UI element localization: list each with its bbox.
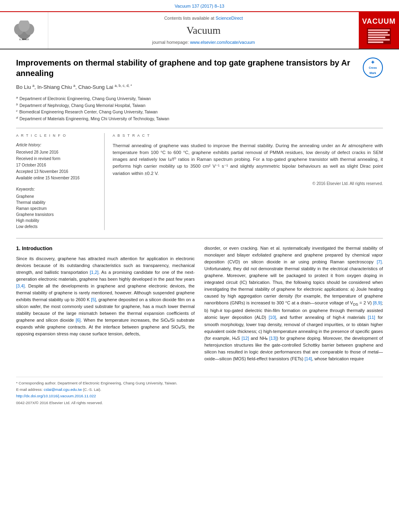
article-title: Improvements on thermal stability of gra… xyxy=(16,58,359,78)
page-footer: * Corresponding author. Department of El… xyxy=(16,377,383,405)
abstract-text: Thermal annealing of graphene was studie… xyxy=(113,142,383,177)
vacuum-badge-area: VACUUM xyxy=(359,12,399,49)
body-section: 1. Introduction Since its discovery, gra… xyxy=(16,238,383,365)
accepted-date: Accepted 13 November 2016 xyxy=(16,169,98,175)
journal-header: ELSEVIER Contents lists available at Sci… xyxy=(0,12,399,49)
intro-title: 1. Introduction xyxy=(16,245,195,252)
vacuum-badge: VACUUM xyxy=(362,16,396,27)
sciencedirect-line: Contents lists available at ScienceDirec… xyxy=(164,15,243,21)
keywords-section: Keywords: Graphene Thermal stability Ram… xyxy=(16,187,98,230)
article-info-heading: A R T I C L E I N F O xyxy=(16,133,98,138)
footer-doi: http://dx.doi.org/10.1016/j.vacuum.2016.… xyxy=(16,393,383,398)
keywords-label: Keywords: xyxy=(16,187,98,192)
abstract-heading: A B S T R A C T xyxy=(113,133,383,138)
crossmark-label: ✚CrossMark xyxy=(369,60,377,75)
main-content: Improvements on thermal stability of gra… xyxy=(0,49,399,415)
intro-para-1: Since its discovery, graphene has attrac… xyxy=(16,255,195,338)
affil-b: b Department of Nephrology, Chang Gung M… xyxy=(16,102,383,109)
article-info-col: A R T I C L E I N F O Article history: R… xyxy=(16,133,105,230)
keyword-transistors: Graphene transistors xyxy=(16,212,98,218)
two-col-body: 1. Introduction Since its discovery, gra… xyxy=(16,245,383,365)
received-revised-label: Received in revised form xyxy=(16,156,98,162)
available-date: Available online 15 November 2016 xyxy=(16,175,98,181)
journal-homepage: journal homepage: www.elsevier.com/locat… xyxy=(152,39,255,45)
top-banner: Vacuum 137 (2017) 8–13 xyxy=(0,0,399,12)
history-label: Article history: xyxy=(16,142,98,148)
svg-text:ELSEVIER: ELSEVIER xyxy=(19,38,29,41)
footer-email: E-mail address: cslai@mail.cgu.edu.tw (C… xyxy=(16,387,383,392)
keyword-thermal: Thermal stability xyxy=(16,200,98,205)
info-abstract-section: A R T I C L E I N F O Article history: R… xyxy=(16,128,383,230)
intro-para-2: disorder, or even cracking. Nan et al. s… xyxy=(204,245,383,362)
body-col-right: disorder, or even cracking. Nan et al. s… xyxy=(204,245,383,365)
affil-d: d Department of Materials Engineering, M… xyxy=(16,115,383,122)
footer-email-link[interactable]: cslai@mail.cgu.edu.tw xyxy=(44,387,82,392)
journal-title-area: Contents lists available at ScienceDirec… xyxy=(48,12,359,49)
body-col-left: 1. Introduction Since its discovery, gra… xyxy=(16,245,195,365)
journal-reference: Vacuum 137 (2017) 8–13 xyxy=(175,4,224,8)
doi-link[interactable]: http://dx.doi.org/10.1016/j.vacuum.2016.… xyxy=(16,394,96,398)
title-row: Improvements on thermal stability of gra… xyxy=(16,58,383,83)
copyright-line: © 2016 Elsevier Ltd. All rights reserved… xyxy=(113,181,383,187)
elsevier-logo: ELSEVIER xyxy=(10,21,38,41)
affiliations: a Department of Electronic Engineering, … xyxy=(16,95,383,122)
crossmark-badge[interactable]: ✚CrossMark xyxy=(363,58,383,78)
revised-date: 17 October 2016 xyxy=(16,162,98,168)
vacuum-image xyxy=(367,28,391,44)
journal-title: Vacuum xyxy=(186,23,220,38)
footer-issn: 0042-207X/© 2016 Elsevier Ltd. All right… xyxy=(16,400,383,405)
elsevier-logo-area: ELSEVIER xyxy=(0,12,48,49)
authors-line: Bo Liu a, In-Shiang Chiu a, Chao-Sung La… xyxy=(16,83,383,91)
elsevier-tree-icon: ELSEVIER xyxy=(10,21,38,41)
affil-a: a Department of Electronic Engineering, … xyxy=(16,95,383,102)
received-date: Received 28 June 2016 xyxy=(16,150,98,155)
footer-note: * Corresponding author. Department of El… xyxy=(16,380,383,386)
keyword-graphene: Graphene xyxy=(16,194,98,199)
sciencedirect-link[interactable]: ScienceDirect xyxy=(216,16,243,21)
affil-c: c Biomedical Engineering Research Center… xyxy=(16,109,383,115)
keyword-defects: Low defects xyxy=(16,224,98,230)
keyword-mobility: High mobility xyxy=(16,218,98,224)
abstract-col: A B S T R A C T Thermal annealing of gra… xyxy=(113,133,383,230)
keyword-raman: Raman spectrum xyxy=(16,206,98,212)
homepage-link[interactable]: www.elsevier.com/locate/vacuum xyxy=(190,40,255,45)
